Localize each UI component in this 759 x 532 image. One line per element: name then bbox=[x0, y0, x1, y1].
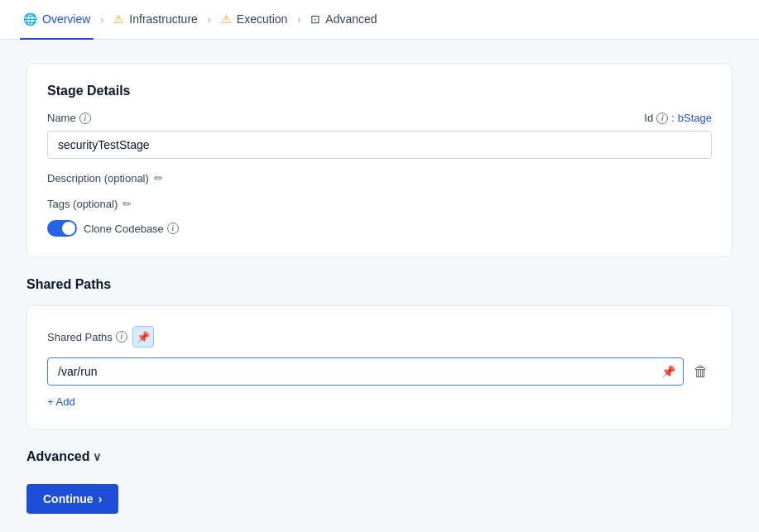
shared-paths-pin-button[interactable]: 📌 bbox=[132, 326, 154, 347]
clone-codebase-row: Clone Codebase i bbox=[47, 220, 712, 237]
description-edit-icon[interactable]: ✏ bbox=[154, 172, 163, 185]
continue-label: Continue bbox=[43, 492, 94, 506]
nav-item-execution[interactable]: ⚠ Execution bbox=[218, 0, 291, 40]
id-info-icon[interactable]: i bbox=[656, 113, 668, 124]
tags-row: Tags (optional) ✏ bbox=[47, 198, 712, 210]
clone-info-icon[interactable]: i bbox=[167, 223, 179, 234]
path-input[interactable] bbox=[47, 357, 684, 386]
shared-paths-card: Shared Paths i 📌 📌 🗑 + Add bbox=[26, 305, 733, 429]
advanced-section: Advanced ∨ bbox=[26, 449, 733, 464]
nav-separator-2: › bbox=[201, 14, 218, 26]
nav-separator-1: › bbox=[94, 14, 110, 26]
description-label: Description (optional) bbox=[47, 172, 149, 185]
nav-label-advanced: Advanced bbox=[325, 12, 377, 26]
nav-label-overview: Overview bbox=[42, 12, 90, 26]
nav-item-infrastructure[interactable]: ⚠ Infrastructure bbox=[110, 0, 200, 40]
shared-paths-info-icon[interactable]: i bbox=[116, 331, 127, 343]
id-value: bStage bbox=[678, 112, 712, 124]
name-info-icon[interactable]: i bbox=[79, 113, 91, 124]
continue-button[interactable]: Continue › bbox=[26, 484, 118, 514]
shared-paths-section-title: Shared Paths bbox=[26, 277, 733, 292]
advanced-title[interactable]: Advanced ∨ bbox=[26, 449, 733, 464]
path-input-row: 📌 🗑 bbox=[47, 357, 712, 386]
top-nav: 🌐 Overview › ⚠ Infrastructure › ⚠ Execut… bbox=[0, 0, 759, 40]
path-input-wrapper: 📌 bbox=[47, 357, 684, 386]
stage-details-card: Stage Details Name i Id i : bStage Descr… bbox=[26, 63, 733, 257]
shared-paths-section: Shared Paths Shared Paths i 📌 📌 🗑 + Add bbox=[26, 277, 733, 429]
tags-label: Tags (optional) bbox=[47, 198, 118, 210]
clone-codebase-label: Clone Codebase i bbox=[84, 223, 179, 235]
main-content: Stage Details Name i Id i : bStage Descr… bbox=[0, 40, 759, 532]
nav-separator-3: › bbox=[291, 14, 307, 26]
nav-item-advanced[interactable]: ⊡ Advanced bbox=[307, 0, 380, 40]
name-id-row: Name i Id i : bStage bbox=[47, 112, 712, 124]
description-row: Description (optional) ✏ bbox=[47, 172, 712, 185]
path-pin-icon: 📌 bbox=[661, 365, 675, 378]
clone-codebase-toggle[interactable] bbox=[47, 220, 77, 237]
warn-icon-execution: ⚠ bbox=[221, 12, 232, 26]
delete-path-icon[interactable]: 🗑 bbox=[690, 360, 712, 384]
warn-icon-infrastructure: ⚠ bbox=[113, 12, 124, 26]
continue-arrow-icon: › bbox=[98, 492, 103, 506]
name-label: Name i bbox=[47, 112, 91, 124]
name-input[interactable] bbox=[47, 131, 712, 159]
advanced-nav-icon: ⊡ bbox=[310, 12, 320, 26]
overview-icon: 🌐 bbox=[23, 12, 37, 26]
add-path-link[interactable]: + Add bbox=[47, 395, 75, 408]
nav-item-overview[interactable]: 🌐 Overview bbox=[20, 0, 94, 40]
stage-details-title: Stage Details bbox=[47, 84, 712, 98]
id-separator: : bbox=[671, 112, 675, 124]
tags-edit-icon[interactable]: ✏ bbox=[122, 198, 132, 210]
nav-label-execution: Execution bbox=[237, 12, 287, 26]
id-label-row: Id i : bStage bbox=[644, 112, 712, 124]
advanced-chevron-icon: ∨ bbox=[93, 450, 101, 463]
shared-paths-field-label: Shared Paths i bbox=[47, 331, 127, 343]
nav-label-infrastructure: Infrastructure bbox=[129, 12, 197, 26]
shared-paths-header: Shared Paths i 📌 bbox=[47, 326, 712, 347]
